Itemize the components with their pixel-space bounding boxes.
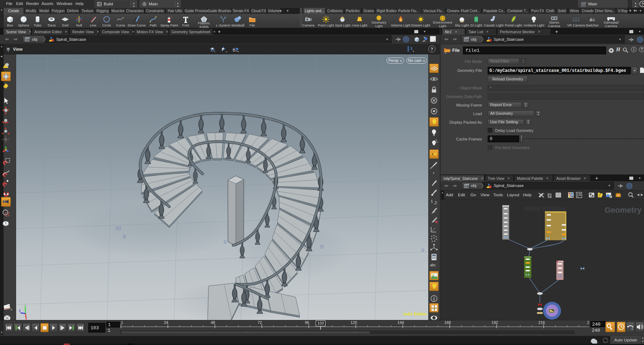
svg-text:24: 24 [164,320,168,325]
svg-text:1: 1 [121,320,123,325]
svg-text:y: y [24,305,26,308]
svg-text:192: 192 [492,320,498,325]
svg-text:0: 0 [421,247,424,253]
svg-text:120: 120 [351,320,357,325]
svg-text:2: 2 [587,320,589,325]
svg-text:216: 216 [538,320,545,325]
svg-text:168: 168 [444,320,451,325]
svg-text:144: 144 [397,320,404,325]
svg-text:,2: ,2 [434,201,437,205]
svg-text:1: 1 [431,199,433,203]
svg-text:z: z [19,309,21,312]
svg-text:96: 96 [305,320,309,325]
svg-text:72: 72 [258,320,262,325]
svg-text:103: 103 [317,321,324,325]
svg-text:48: 48 [211,320,215,325]
